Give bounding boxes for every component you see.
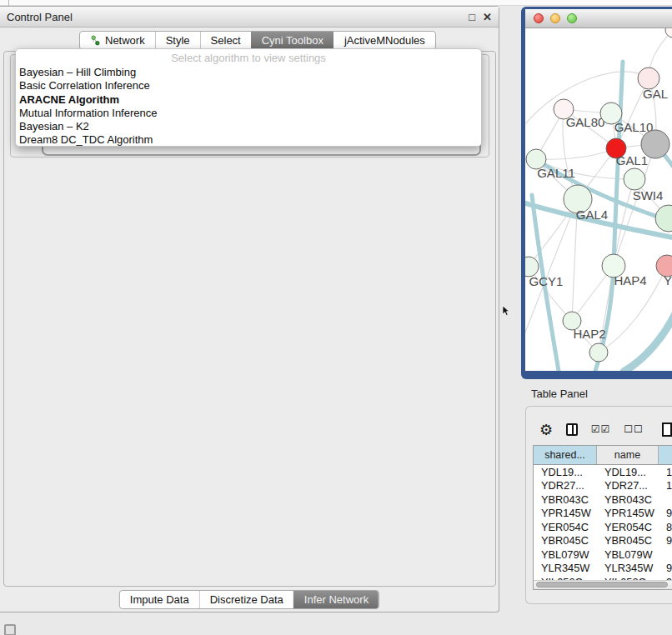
tab-label: Style bbox=[166, 34, 190, 47]
panel-title: Control Panel bbox=[7, 11, 73, 23]
table-cell: YLR345W bbox=[597, 562, 659, 574]
network-icon bbox=[90, 35, 101, 46]
table-cell: YER054C bbox=[534, 521, 597, 533]
tab-network[interactable]: Network bbox=[80, 32, 155, 49]
panel-tab-bar: NetworkStyleSelectCyni ToolboxjActiveMNo… bbox=[79, 31, 436, 50]
table-cell: YDR27... bbox=[534, 479, 597, 492]
table-cell: YPR145W bbox=[597, 507, 659, 519]
column-header-name[interactable]: name bbox=[597, 446, 659, 464]
columns-icon[interactable] bbox=[566, 423, 578, 436]
node-label-swi4: SWI4 bbox=[633, 188, 664, 202]
tab-cyni-toolbox[interactable]: Cyni Toolbox bbox=[251, 32, 333, 49]
table-cell: YLR345W bbox=[534, 562, 597, 574]
table-rows: YDL19...YDL19...13YDR27...YDR27...12YBR0… bbox=[534, 465, 672, 589]
algorithm-dropdown-hint: Select algorithm to view settings bbox=[16, 52, 481, 66]
select-columns-icon[interactable]: ☑☑ bbox=[591, 423, 611, 435]
tab-label: Infer Network bbox=[304, 593, 369, 606]
node-table: shared...name YDL19...YDL19...13YDR27...… bbox=[533, 445, 672, 590]
network-edge bbox=[624, 310, 672, 371]
table-row[interactable]: YBR045CYBR045C9. bbox=[534, 534, 672, 548]
table-horizontal-scrollbar[interactable] bbox=[534, 580, 672, 589]
network-node-swi4[interactable] bbox=[624, 168, 645, 190]
deselect-columns-icon[interactable]: ☐☐ bbox=[624, 423, 644, 435]
table-panel-title: Table Panel bbox=[531, 388, 588, 400]
mouse-cursor bbox=[503, 306, 510, 316]
close-icon[interactable]: ✕ bbox=[483, 12, 492, 22]
tab-style[interactable]: Style bbox=[155, 32, 200, 49]
table-cell: YBR043C bbox=[597, 493, 659, 506]
table-row[interactable]: YDR27...YDR27...12 bbox=[534, 479, 672, 493]
dropdown-item-bayesian-hill-climbing[interactable]: Bayesian – Hill Climbing bbox=[16, 66, 481, 79]
dropdown-item-bayesian-k2[interactable]: Bayesian – K2 bbox=[16, 120, 481, 133]
network-graph: GALGAL80GAL10GAL1GAL11SWI4GAL4GCY1HAP4YH… bbox=[525, 28, 672, 371]
table-row[interactable]: YPR145WYPR145W9. bbox=[534, 507, 672, 521]
tab-infer-network[interactable]: Infer Network bbox=[293, 591, 379, 608]
table-header-row: shared...name bbox=[534, 446, 672, 465]
dropdown-item-dream8-dc-tdc-algorithm[interactable]: Dream8 DC_TDC Algorithm bbox=[16, 133, 481, 147]
algorithm-dropdown[interactable]: Select algorithm to view settings Bayesi… bbox=[15, 48, 482, 147]
table-cell: YBL079W bbox=[534, 548, 597, 561]
tab-label: Discretize Data bbox=[210, 593, 283, 606]
tab-label: Network bbox=[105, 34, 145, 47]
network-node[interactable] bbox=[665, 28, 672, 38]
table-row[interactable]: YBR043CYBR043C bbox=[534, 492, 672, 507]
network-node[interactable] bbox=[655, 205, 672, 232]
node-label-y: Y bbox=[664, 273, 672, 288]
node-label-hap4: HAP4 bbox=[614, 273, 646, 288]
column-header-shared[interactable]: shared... bbox=[534, 446, 597, 464]
node-label-hap2: HAP2 bbox=[573, 327, 605, 341]
table-cell: 12 bbox=[659, 479, 672, 492]
node-label-gal4: GAL4 bbox=[576, 208, 608, 222]
tab-impute-data[interactable]: Impute Data bbox=[120, 591, 199, 608]
cyni-mode-tab-bar: Impute DataDiscretize DataInfer Network bbox=[119, 590, 379, 609]
table-cell: 9. bbox=[659, 534, 672, 547]
minimize-traffic-light-icon[interactable] bbox=[550, 13, 560, 23]
table-cell: 9. bbox=[659, 507, 672, 519]
dropdown-item-mutual-information-inference[interactable]: Mutual Information Inference bbox=[16, 107, 481, 120]
table-toolbar: ⚙ ☑☑ ☐☐ bbox=[533, 415, 672, 443]
table-cell: YER054C bbox=[597, 521, 659, 533]
tab-label: Select bbox=[211, 34, 241, 47]
tab-label: jActiveMNodules bbox=[344, 34, 425, 47]
network-view-window: GALGAL80GAL10GAL1GAL11SWI4GAL4GCY1HAP4YH… bbox=[521, 7, 672, 379]
table-cell: YBR043C bbox=[534, 493, 597, 506]
table-cell: YDL19... bbox=[534, 466, 597, 478]
tab-label: Impute Data bbox=[130, 593, 189, 606]
node-label-gal11: GAL11 bbox=[537, 166, 575, 180]
gear-icon[interactable]: ⚙ bbox=[539, 421, 553, 438]
table-cell: 8. bbox=[659, 521, 672, 533]
new-table-icon[interactable] bbox=[662, 422, 672, 437]
table-cell: YDL19... bbox=[597, 466, 659, 478]
network-canvas[interactable]: GALGAL80GAL10GAL1GAL11SWI4GAL4GCY1HAP4YH… bbox=[525, 28, 672, 371]
table-row[interactable]: YBL079WYBL079W bbox=[534, 548, 672, 562]
tab-discretize-data[interactable]: Discretize Data bbox=[199, 591, 293, 608]
dropdown-item-aracne-algorithm[interactable]: ARACNE Algorithm bbox=[16, 93, 481, 107]
close-traffic-light-icon[interactable] bbox=[534, 13, 544, 23]
node-label-gcy1: GCY1 bbox=[529, 274, 564, 288]
zoom-traffic-light-icon[interactable] bbox=[567, 13, 577, 23]
network-node[interactable] bbox=[641, 130, 669, 158]
table-cell: YPR145W bbox=[534, 507, 597, 519]
tab-jactivemnodules[interactable]: jActiveMNodules bbox=[333, 32, 435, 49]
tab-label: Cyni Toolbox bbox=[262, 34, 323, 47]
top-strip bbox=[0, 0, 672, 6]
dropdown-item-basic-correlation-inference[interactable]: Basic Correlation Inference bbox=[16, 79, 481, 92]
minimized-panel-icon[interactable] bbox=[4, 624, 16, 635]
table-cell: 13 bbox=[659, 466, 672, 478]
control-panel-window: Control Panel □ ✕ NetworkStyleSelectCyni… bbox=[0, 6, 499, 612]
control-panel-titlebar: Control Panel □ ✕ bbox=[0, 7, 499, 28]
tab-select[interactable]: Select bbox=[200, 32, 251, 49]
table-row[interactable]: YDL19...YDL19...13 bbox=[534, 465, 672, 479]
table-row[interactable]: YER054CYER054C8. bbox=[534, 520, 672, 534]
node-label-gal: GAL bbox=[643, 87, 668, 101]
column-header-partial[interactable] bbox=[659, 446, 672, 464]
network-edge bbox=[536, 148, 616, 159]
network-node[interactable] bbox=[589, 343, 608, 362]
table-panel: ⚙ ☑☑ ☐☐ shared...name YDL19...YDL19...13… bbox=[525, 406, 672, 604]
table-cell: YBR045C bbox=[534, 534, 597, 547]
algorithm-dropdown-list: Bayesian – Hill ClimbingBasic Correlatio… bbox=[16, 66, 481, 148]
network-window-titlebar[interactable] bbox=[525, 9, 672, 28]
float-icon[interactable]: □ bbox=[469, 12, 475, 22]
table-row[interactable]: YLR345WYLR345W9. bbox=[534, 562, 672, 576]
node-label-gal1: GAL1 bbox=[616, 153, 648, 168]
